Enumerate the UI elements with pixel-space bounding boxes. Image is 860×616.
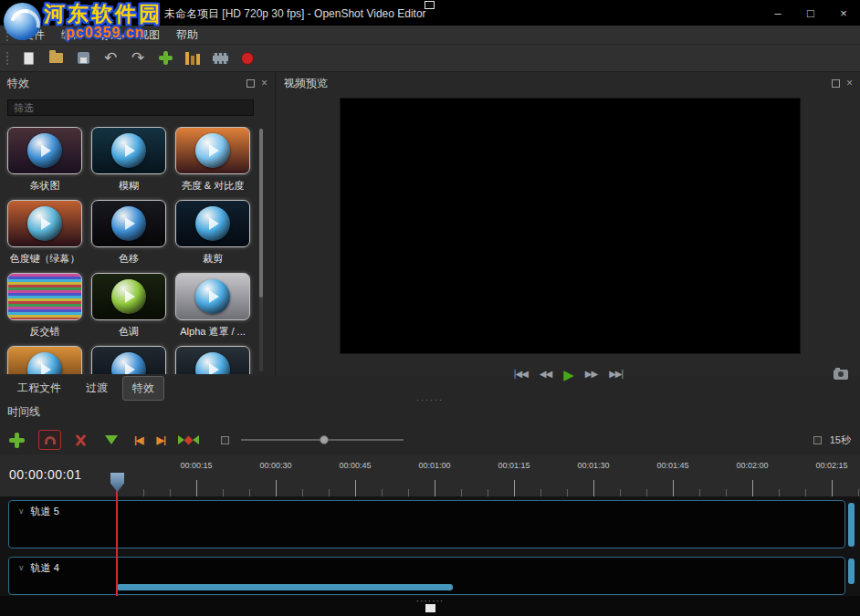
horizontal-scrollbar-thumb[interactable] bbox=[117, 584, 453, 590]
minimize-button[interactable]: – bbox=[761, 0, 794, 26]
redo-arrow-icon[interactable]: ↷ bbox=[124, 47, 152, 70]
effect-thumbnail bbox=[91, 127, 166, 174]
menu-items: 文件编辑标题视图帮助 bbox=[15, 26, 206, 45]
effects-scrollbar[interactable] bbox=[259, 129, 263, 371]
effect-label: 亮度 & 对比度 bbox=[182, 179, 244, 193]
track-vertical-scrollbar[interactable] bbox=[848, 503, 855, 547]
undo-arrow-icon[interactable]: ↶ bbox=[97, 47, 124, 70]
menu-item[interactable]: 编辑 bbox=[53, 26, 91, 45]
timeline-scale-label: 15秒 bbox=[830, 433, 851, 447]
effect-item[interactable]: 裁剪 bbox=[171, 200, 255, 273]
skip-to-start-icon[interactable] bbox=[514, 370, 528, 379]
effect-thumbnail bbox=[7, 127, 82, 174]
play-icon[interactable] bbox=[563, 368, 573, 381]
effect-item[interactable]: 条状图 bbox=[3, 127, 87, 200]
play-orb-icon bbox=[111, 352, 146, 374]
preview-panel-header: 视频预览 × bbox=[277, 72, 860, 94]
effect-thumbnail bbox=[175, 200, 250, 247]
folder-glyph bbox=[49, 53, 63, 63]
tab-transitions[interactable]: 过渡 bbox=[76, 376, 118, 401]
menu-item[interactable]: 帮助 bbox=[168, 26, 206, 45]
play-orb-icon bbox=[195, 133, 230, 168]
menu-item[interactable]: 文件 bbox=[15, 26, 53, 45]
effect-item[interactable]: 色移 bbox=[87, 200, 171, 273]
effect-item[interactable]: 模糊 bbox=[87, 127, 171, 200]
scale-indicator: 15秒 bbox=[813, 433, 851, 447]
menu-item[interactable]: 视图 bbox=[130, 26, 168, 45]
zoom-slider-handle[interactable] bbox=[320, 435, 329, 444]
effect-thumbnail bbox=[91, 346, 166, 374]
undock-icon[interactable] bbox=[832, 79, 840, 88]
effect-item[interactable]: Alpha 遮罩 / ... bbox=[171, 273, 255, 346]
play-orb-icon bbox=[195, 206, 230, 241]
track-vertical-scrollbar[interactable] bbox=[848, 559, 855, 584]
ruler-time-label: 00:01:30 bbox=[577, 461, 609, 470]
add-marker-icon[interactable] bbox=[105, 435, 118, 444]
effect-item[interactable]: 反交错 bbox=[3, 273, 87, 346]
document-glyph bbox=[24, 52, 34, 65]
zoom-slider[interactable] bbox=[241, 433, 404, 446]
open-folder-icon[interactable] bbox=[42, 47, 69, 70]
effects-grid: 条状图 模糊 亮度 & 对比度 bbox=[3, 127, 257, 374]
tab-effects[interactable]: 特效 bbox=[122, 376, 164, 401]
bottom-artifact-box bbox=[425, 604, 435, 612]
maximize-button[interactable]: □ bbox=[794, 0, 827, 26]
effect-item[interactable]: 亮度 & 对比度 bbox=[171, 127, 255, 200]
undock-icon[interactable] bbox=[246, 79, 255, 88]
effect-item[interactable]: 色调 bbox=[87, 273, 171, 346]
filmstrip-icon[interactable] bbox=[206, 47, 234, 70]
effect-label: 模糊 bbox=[119, 179, 139, 193]
new-document-icon[interactable] bbox=[15, 47, 42, 70]
menubar-drag-handle[interactable] bbox=[6, 28, 8, 41]
center-playhead-icon[interactable] bbox=[178, 435, 199, 444]
effects-scrollbar-thumb[interactable] bbox=[259, 129, 263, 298]
ruler-ticks bbox=[117, 480, 860, 496]
panel-close-icon[interactable]: × bbox=[261, 78, 267, 89]
previous-marker-icon[interactable] bbox=[134, 434, 143, 446]
effect-label: 条状图 bbox=[30, 179, 60, 193]
timeline-ruler[interactable]: 00:00:00:01 00:00:1500:00:3000:00:4500:0… bbox=[0, 454, 860, 497]
snapping-toggle[interactable] bbox=[38, 430, 61, 450]
play-orb-icon bbox=[27, 133, 62, 168]
ruler-time-label: 00:01:45 bbox=[656, 461, 688, 470]
import-plus-icon[interactable] bbox=[152, 47, 179, 70]
ruler-time-label: 00:02:00 bbox=[736, 461, 768, 470]
zoom-out-icon[interactable] bbox=[221, 436, 229, 444]
ruler-time-label: 00:01:00 bbox=[418, 461, 450, 470]
profile-columns-icon[interactable] bbox=[179, 47, 206, 70]
undo-glyph: ↶ bbox=[104, 50, 117, 66]
menu-item[interactable]: 标题 bbox=[91, 26, 130, 45]
tab-project-files[interactable]: 工程文件 bbox=[7, 376, 71, 401]
effect-item[interactable]: 色度键（绿幕） bbox=[3, 200, 87, 273]
chevron-down-icon[interactable] bbox=[18, 564, 25, 572]
track-name: 轨道 4 bbox=[31, 561, 59, 575]
ruler-time-label: 00:01:15 bbox=[498, 461, 530, 470]
toolbar-drag-handle[interactable] bbox=[6, 52, 8, 65]
panel-close-icon[interactable]: × bbox=[846, 78, 853, 89]
current-time-display: 00:00:00:01 bbox=[9, 467, 81, 482]
record-circle-icon[interactable] bbox=[234, 47, 261, 70]
next-marker-icon[interactable] bbox=[157, 434, 166, 446]
track-row[interactable]: 轨道 5 bbox=[8, 500, 845, 548]
snapshot-camera-icon[interactable] bbox=[834, 370, 848, 380]
effect-item[interactable] bbox=[3, 346, 87, 374]
chevron-down-icon[interactable] bbox=[18, 507, 25, 516]
save-icon[interactable] bbox=[69, 47, 97, 70]
magnet-icon bbox=[45, 436, 56, 444]
jump-to-end-icon[interactable] bbox=[609, 370, 623, 379]
effects-panel-title: 特效 bbox=[7, 76, 29, 91]
splitter-handle[interactable] bbox=[416, 395, 444, 404]
effect-thumbnail bbox=[91, 273, 166, 320]
timeline-panel-title: 时间线 bbox=[7, 404, 40, 420]
effect-item[interactable] bbox=[171, 346, 255, 374]
rewind-icon[interactable] bbox=[540, 370, 551, 379]
effect-item[interactable] bbox=[87, 346, 171, 374]
add-track-icon[interactable] bbox=[9, 433, 25, 448]
zoom-in-icon[interactable] bbox=[813, 436, 822, 444]
timeline-toolbar: 15秒 bbox=[0, 425, 860, 454]
redo-glyph: ↷ bbox=[131, 50, 144, 66]
effects-filter-input[interactable] bbox=[7, 99, 254, 116]
razor-icon[interactable] bbox=[74, 433, 88, 447]
fast-forward-icon[interactable] bbox=[585, 370, 597, 379]
close-button[interactable]: × bbox=[827, 0, 860, 26]
